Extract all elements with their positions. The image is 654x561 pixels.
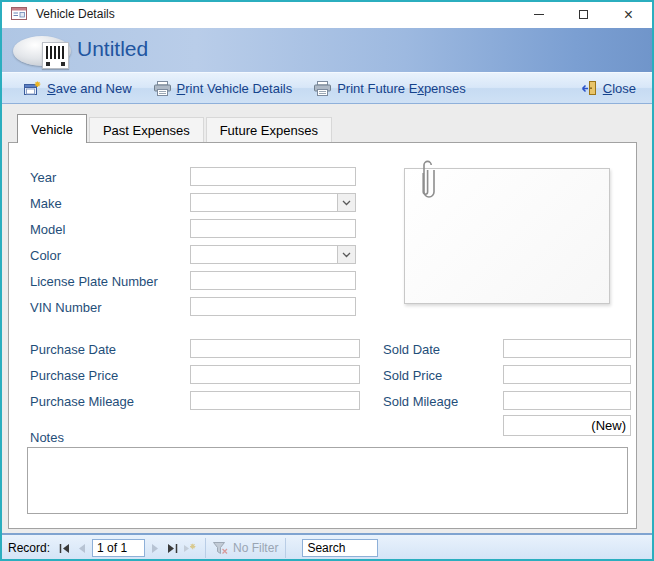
last-record-button[interactable] xyxy=(164,539,181,557)
tab-vehicle[interactable]: Vehicle xyxy=(17,114,87,143)
model-label: Model xyxy=(30,222,65,237)
statusbar-separator xyxy=(285,538,286,558)
form-body: Vehicle Past Expenses Future Expenses Ye… xyxy=(0,104,654,533)
minimize-button[interactable] xyxy=(516,2,561,27)
year-label: Year xyxy=(30,170,56,185)
next-record-button[interactable] xyxy=(147,539,164,557)
purchase-date-input[interactable] xyxy=(190,339,360,358)
logo-oval xyxy=(13,36,71,66)
maximize-button[interactable] xyxy=(561,2,606,27)
exit-door-icon xyxy=(580,81,597,96)
notes-textarea[interactable] xyxy=(27,447,628,514)
titlebar: Vehicle Details × xyxy=(0,0,654,28)
no-filter-label: No Filter xyxy=(233,541,278,555)
chevron-down-icon[interactable] xyxy=(337,194,355,211)
search-input[interactable] xyxy=(302,539,378,557)
make-label: Make xyxy=(30,196,62,211)
purchase-mileage-label: Purchase Mileage xyxy=(30,394,134,409)
printer-icon xyxy=(314,81,331,96)
print-vehicle-details-label: Print Vehicle Details xyxy=(177,81,293,96)
window-controls: × xyxy=(516,2,651,27)
toolbar: Save and New Print Vehicle Details Print… xyxy=(0,72,654,104)
record-title: Untitled xyxy=(77,37,148,61)
tab-past-expenses[interactable]: Past Expenses xyxy=(89,117,204,142)
make-combobox[interactable] xyxy=(190,193,356,212)
sold-price-input[interactable] xyxy=(503,365,631,384)
color-combobox[interactable] xyxy=(190,245,356,264)
tab-strip: Vehicle Past Expenses Future Expenses xyxy=(17,117,334,142)
barcode-icon xyxy=(42,42,69,69)
record-id-field: (New) xyxy=(503,415,631,436)
purchase-date-label: Purchase Date xyxy=(30,342,116,357)
previous-record-button[interactable] xyxy=(73,539,90,557)
form-window-icon xyxy=(11,7,28,21)
printer-icon xyxy=(154,81,171,96)
new-record-icon xyxy=(183,543,196,554)
next-record-icon xyxy=(150,543,161,554)
purchase-price-label: Purchase Price xyxy=(30,368,118,383)
close-icon: × xyxy=(624,7,633,23)
sold-mileage-input[interactable] xyxy=(503,391,631,410)
new-record-button[interactable] xyxy=(181,539,198,557)
form-header: Untitled xyxy=(0,28,654,72)
save-and-new-button[interactable]: Save and New xyxy=(20,76,136,100)
last-record-icon xyxy=(167,543,178,554)
window-title: Vehicle Details xyxy=(36,7,115,21)
first-record-icon xyxy=(59,543,70,554)
vehicle-details-window: Vehicle Details × Untitled Save and New xyxy=(0,0,654,561)
chevron-down-icon[interactable] xyxy=(337,246,355,263)
paperclip-icon xyxy=(420,157,435,207)
notes-label: Notes xyxy=(30,430,64,445)
vin-number-label: VIN Number xyxy=(30,300,102,315)
tab-future-expenses[interactable]: Future Expenses xyxy=(206,117,332,142)
purchase-mileage-input[interactable] xyxy=(190,391,360,410)
license-plate-label: License Plate Number xyxy=(30,274,158,289)
save-new-icon xyxy=(24,81,41,96)
tab-page-vehicle: Year Make Model Color License Plate Numb… xyxy=(8,142,637,529)
save-and-new-label: Save and New xyxy=(47,81,132,96)
first-record-button[interactable] xyxy=(56,539,73,557)
record-label: Record: xyxy=(8,541,50,555)
filter-icon xyxy=(213,542,228,555)
no-filter-button[interactable]: No Filter xyxy=(213,541,278,555)
close-window-button[interactable]: × xyxy=(606,2,651,27)
minimize-icon xyxy=(534,14,544,15)
model-input[interactable] xyxy=(190,219,356,238)
license-plate-input[interactable] xyxy=(190,271,356,290)
previous-record-icon xyxy=(76,543,87,554)
print-future-expenses-label: Print Future Expenses xyxy=(337,81,466,96)
close-form-label: Close xyxy=(603,81,636,96)
color-label: Color xyxy=(30,248,61,263)
record-navigation-bar: Record: xyxy=(0,533,654,561)
sold-date-input[interactable] xyxy=(503,339,631,358)
sold-mileage-label: Sold Mileage xyxy=(383,394,458,409)
purchase-price-input[interactable] xyxy=(190,365,360,384)
statusbar-separator xyxy=(205,538,206,558)
close-form-button[interactable]: Close xyxy=(576,76,640,100)
vin-number-input[interactable] xyxy=(190,297,356,316)
maximize-icon xyxy=(579,10,588,19)
sold-price-label: Sold Price xyxy=(383,368,442,383)
print-vehicle-details-button[interactable]: Print Vehicle Details xyxy=(150,76,297,100)
record-position-box[interactable] xyxy=(92,539,145,557)
year-input[interactable] xyxy=(190,167,356,186)
sold-date-label: Sold Date xyxy=(383,342,440,357)
print-future-expenses-button[interactable]: Print Future Expenses xyxy=(310,76,470,100)
